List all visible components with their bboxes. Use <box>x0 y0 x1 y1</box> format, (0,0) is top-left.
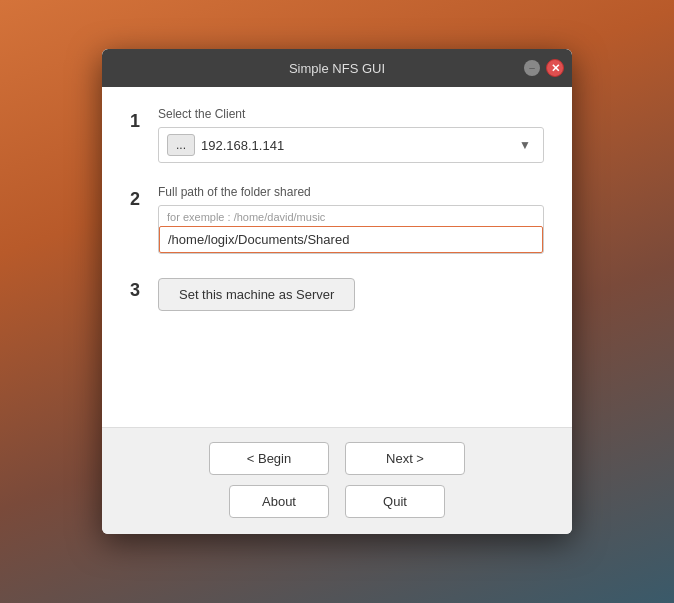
step-1-label: Select the Client <box>158 107 544 121</box>
window-title: Simple NFS GUI <box>289 61 385 76</box>
nav-row-1: < Begin Next > <box>209 442 465 475</box>
step-3-content: Set this machine as Server <box>158 276 544 311</box>
client-dropdown[interactable]: 192.168.1.141 192.168.1.100 192.168.1.20… <box>201 138 535 153</box>
step-1-content: Select the Client ... 192.168.1.141 192.… <box>158 107 544 163</box>
folder-example-text: for exemple : /home/david/music <box>159 206 543 226</box>
step-2-content: Full path of the folder shared for exemp… <box>158 185 544 254</box>
client-select-wrapper: 192.168.1.141 192.168.1.100 192.168.1.20… <box>201 136 535 154</box>
browse-button[interactable]: ... <box>167 134 195 156</box>
begin-button[interactable]: < Begin <box>209 442 329 475</box>
folder-fieldset: for exemple : /home/david/music <box>158 205 544 254</box>
content-area: 1 Select the Client ... 192.168.1.141 19… <box>102 87 572 427</box>
titlebar: Simple NFS GUI – ✕ <box>102 49 572 87</box>
step-3-row: 3 Set this machine as Server <box>130 276 544 311</box>
select-client-group: ... 192.168.1.141 192.168.1.100 192.168.… <box>158 127 544 163</box>
minimize-button[interactable]: – <box>524 60 540 76</box>
step-1-number: 1 <box>130 111 158 132</box>
quit-button[interactable]: Quit <box>345 485 445 518</box>
step-2-number: 2 <box>130 189 158 210</box>
titlebar-controls: – ✕ <box>524 59 564 77</box>
step-2-row: 2 Full path of the folder shared for exe… <box>130 185 544 254</box>
nav-row-2: About Quit <box>229 485 445 518</box>
step-3-number: 3 <box>130 280 158 301</box>
folder-path-input[interactable] <box>159 226 543 253</box>
step-2-label: Full path of the folder shared <box>158 185 544 199</box>
footer-bar: < Begin Next > About Quit <box>102 427 572 534</box>
next-button[interactable]: Next > <box>345 442 465 475</box>
step-1-row: 1 Select the Client ... 192.168.1.141 19… <box>130 107 544 163</box>
close-button[interactable]: ✕ <box>546 59 564 77</box>
about-button[interactable]: About <box>229 485 329 518</box>
set-server-button[interactable]: Set this machine as Server <box>158 278 355 311</box>
main-window: Simple NFS GUI – ✕ 1 Select the Client .… <box>102 49 572 534</box>
